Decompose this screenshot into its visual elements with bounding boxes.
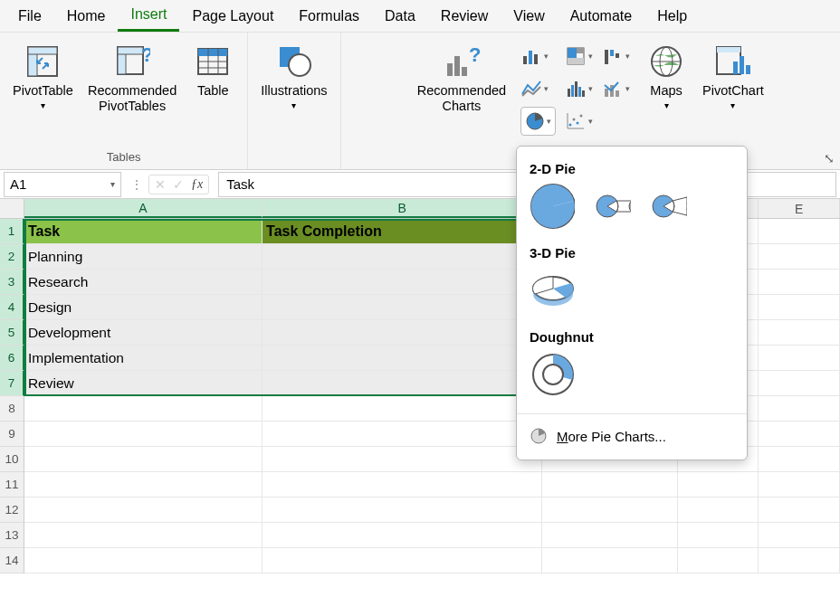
- cell[interactable]: [542, 472, 678, 498]
- pie-3d-option[interactable]: [530, 268, 575, 313]
- cell[interactable]: [759, 523, 840, 548]
- row-header[interactable]: 2: [0, 244, 24, 270]
- row-header[interactable]: 7: [0, 371, 24, 396]
- cell[interactable]: [759, 244, 840, 270]
- cell-b4[interactable]: [262, 295, 542, 320]
- row-header[interactable]: 14: [0, 548, 24, 573]
- row-header[interactable]: 10: [0, 447, 24, 472]
- more-pie-charts-button[interactable]: More Pie Charts...: [530, 420, 734, 452]
- fx-icon[interactable]: ƒx: [191, 177, 203, 192]
- row-header[interactable]: 1: [0, 219, 24, 244]
- cell-b1[interactable]: Task Completion: [262, 219, 542, 244]
- pivotchart-button[interactable]: PivotChart ▾: [697, 38, 769, 114]
- menu-view[interactable]: View: [501, 0, 557, 32]
- col-header-a[interactable]: A: [24, 199, 262, 218]
- row-header[interactable]: 5: [0, 320, 24, 346]
- illustrations-button[interactable]: Illustrations ▾: [255, 38, 332, 114]
- pie-chart-button[interactable]: ▾: [520, 107, 556, 136]
- row-header[interactable]: 9: [0, 422, 24, 447]
- cell[interactable]: [759, 548, 840, 573]
- select-all-corner[interactable]: [0, 199, 24, 218]
- pivottable-button[interactable]: PivotTable ▾: [7, 38, 79, 114]
- pie-of-pie-option[interactable]: [595, 188, 631, 224]
- cell-a4[interactable]: Design: [24, 295, 262, 320]
- cell[interactable]: [759, 219, 840, 244]
- cell[interactable]: [24, 396, 262, 422]
- cell[interactable]: [678, 548, 759, 573]
- waterfall-chart-button[interactable]: ▾: [602, 42, 630, 71]
- maps-button[interactable]: Maps ▾: [639, 38, 693, 114]
- cell-b3[interactable]: [262, 270, 542, 295]
- cell[interactable]: [262, 422, 542, 447]
- combo-chart-button[interactable]: ▾: [602, 74, 630, 103]
- menu-automate[interactable]: Automate: [558, 0, 644, 32]
- cell-b7[interactable]: [262, 371, 542, 396]
- table-button[interactable]: Table: [186, 38, 240, 102]
- menu-review[interactable]: Review: [428, 0, 501, 32]
- cell[interactable]: [262, 523, 542, 548]
- cell-a5[interactable]: Development: [24, 320, 262, 346]
- cell-a1[interactable]: Task: [24, 219, 262, 244]
- doughnut-option[interactable]: [530, 352, 575, 397]
- cell[interactable]: [759, 320, 840, 346]
- col-header-b[interactable]: B: [262, 199, 542, 218]
- row-header[interactable]: 4: [0, 295, 24, 320]
- row-header[interactable]: 8: [0, 396, 24, 422]
- cell[interactable]: [542, 498, 678, 523]
- cell[interactable]: [262, 472, 542, 498]
- cell-b5[interactable]: [262, 320, 542, 346]
- cell[interactable]: [262, 498, 542, 523]
- hierarchy-chart-button[interactable]: ▾: [565, 42, 593, 71]
- cell[interactable]: [24, 548, 262, 573]
- row-header[interactable]: 13: [0, 523, 24, 548]
- pie-2d-option[interactable]: [530, 184, 575, 229]
- cell[interactable]: [678, 472, 759, 498]
- cell[interactable]: [24, 523, 262, 548]
- statistic-chart-button[interactable]: ▾: [565, 74, 593, 103]
- cell[interactable]: [759, 371, 840, 396]
- cell[interactable]: [759, 447, 840, 472]
- cell-a2[interactable]: Planning: [24, 244, 262, 270]
- menu-data[interactable]: Data: [372, 0, 428, 32]
- cell[interactable]: [24, 447, 262, 472]
- cell[interactable]: [262, 396, 542, 422]
- scatter-chart-button[interactable]: ▾: [565, 107, 593, 136]
- row-header[interactable]: 12: [0, 498, 24, 523]
- recommended-pivottables-button[interactable]: ? RecommendedPivotTables: [82, 38, 182, 117]
- chevron-down-icon[interactable]: ▾: [110, 179, 115, 189]
- row-header[interactable]: 3: [0, 270, 24, 295]
- row-header[interactable]: 6: [0, 346, 24, 371]
- enter-icon[interactable]: ✓: [173, 177, 184, 192]
- cell[interactable]: [542, 548, 678, 573]
- cell-a6[interactable]: Implementation: [24, 346, 262, 371]
- cell[interactable]: [678, 523, 759, 548]
- cell[interactable]: [759, 346, 840, 371]
- cell[interactable]: [759, 396, 840, 422]
- row-header[interactable]: 11: [0, 472, 24, 498]
- cell[interactable]: [759, 295, 840, 320]
- cell-b6[interactable]: [262, 346, 542, 371]
- cell[interactable]: [759, 270, 840, 295]
- more-icon[interactable]: ⋮: [130, 177, 143, 192]
- menu-pagelayout[interactable]: Page Layout: [179, 0, 286, 32]
- cell[interactable]: [759, 498, 840, 523]
- menu-help[interactable]: Help: [644, 0, 700, 32]
- name-box[interactable]: A1 ▾: [4, 172, 121, 197]
- cell[interactable]: [24, 472, 262, 498]
- cell-a7[interactable]: Review: [24, 371, 262, 396]
- cell-b2[interactable]: [262, 244, 542, 270]
- cancel-icon[interactable]: ✕: [155, 177, 166, 192]
- ribbon-expand-icon[interactable]: ⤡: [824, 151, 835, 166]
- cell-a3[interactable]: Research: [24, 270, 262, 295]
- cell[interactable]: [24, 422, 262, 447]
- cell[interactable]: [542, 523, 678, 548]
- cell[interactable]: [678, 498, 759, 523]
- cell[interactable]: [759, 472, 840, 498]
- line-chart-button[interactable]: ▾: [520, 74, 556, 103]
- cell[interactable]: [262, 447, 542, 472]
- bar-of-pie-option[interactable]: [651, 188, 687, 224]
- column-chart-button[interactable]: ▾: [520, 42, 556, 71]
- menu-home[interactable]: Home: [54, 0, 119, 32]
- cell[interactable]: [759, 422, 840, 447]
- col-header-e[interactable]: E: [759, 199, 840, 218]
